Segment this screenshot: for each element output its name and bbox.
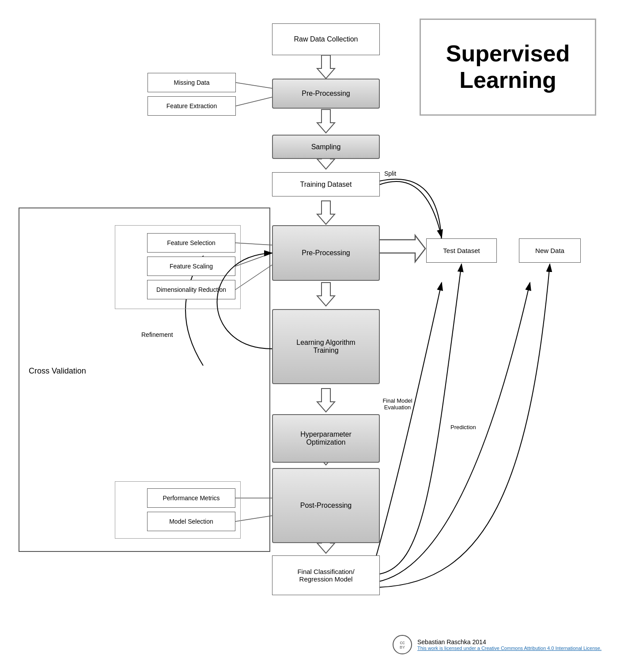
hyperparameter-box: Hyperparameter Optimization — [272, 414, 380, 463]
feature-extraction-box: Feature Extraction — [148, 96, 236, 116]
svg-line-12 — [236, 97, 272, 106]
post-side-box — [115, 481, 241, 539]
svg-marker-7 — [317, 389, 335, 412]
supervised-learning-title: Supervised Learning — [420, 19, 596, 116]
learning-algorithm-box: Learning Algorithm Training — [272, 309, 380, 384]
preprocessing-side-box — [115, 225, 241, 309]
sampling-box: Sampling — [272, 135, 380, 159]
training-dataset-box: Training Dataset — [272, 172, 380, 196]
raw-data-box: Raw Data Collection — [272, 23, 380, 55]
post-processing-box: Post-Processing — [272, 468, 380, 543]
prediction-label: Prediction — [450, 424, 476, 430]
final-classification-box: Final Classification/ Regression Model — [272, 555, 380, 595]
copyright-text: Sebastian Raschka 2014 This work is lice… — [417, 638, 602, 651]
preprocessing2-box: Pre-Processing — [272, 225, 380, 281]
split-label: Split — [384, 170, 396, 177]
cross-validation-label: Cross Validation — [29, 366, 86, 376]
cc-icon: cc BY — [393, 635, 412, 654]
new-data-box: New Data — [519, 238, 581, 263]
preprocessing1-box: Pre-Processing — [272, 79, 380, 109]
copyright-section: cc BY Sebastian Raschka 2014 This work i… — [393, 635, 602, 654]
diagram-container: Supervised Learning Raw Data Collection … — [0, 0, 628, 672]
svg-line-11 — [236, 83, 272, 88]
svg-marker-2 — [317, 55, 335, 79]
missing-data-box: Missing Data — [148, 73, 236, 92]
test-dataset-box: Test Dataset — [426, 238, 497, 263]
svg-marker-6 — [317, 283, 335, 306]
svg-marker-3 — [317, 109, 335, 133]
svg-marker-5 — [317, 201, 335, 224]
final-model-eval-label: Final Model Evaluation — [371, 397, 424, 411]
